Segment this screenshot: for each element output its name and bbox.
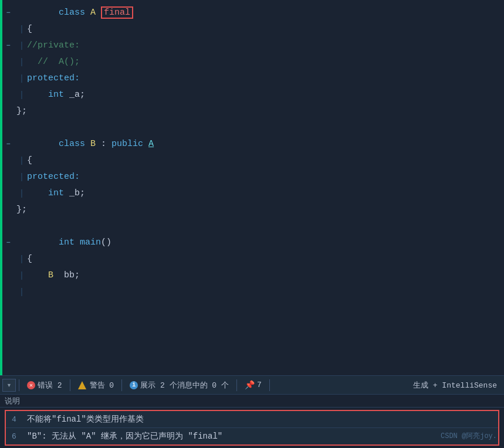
code-line-5: | protected: — [0, 70, 504, 87]
error-entry-1: 4 不能将"final"类类型用作基类 — [6, 411, 498, 428]
line-text-5: protected: — [27, 70, 80, 87]
line-text-2: { — [27, 21, 32, 38]
line-text-11: protected: — [27, 169, 80, 185]
code-line-2: | { — [0, 21, 504, 38]
separator-3 — [121, 379, 122, 391]
code-line-4: | // A(); — [0, 54, 504, 70]
fold-icon-15[interactable]: − — [0, 235, 16, 251]
indent-bar-4: | — [16, 54, 27, 70]
pin-count: 7 — [257, 381, 262, 389]
code-editor: − class A final | { − | //private: | // … — [0, 0, 504, 375]
line-text-6: int _a; — [27, 87, 85, 103]
error-entry-2: 6 "B": 无法从 "A" 继承，因为它已声明为 "final" — [6, 428, 498, 444]
code-line-9: − class B : public A — [0, 136, 504, 152]
code-line-1: − class A final — [0, 5, 504, 21]
code-line-11: | protected: — [0, 169, 504, 185]
separator-4 — [236, 379, 237, 391]
line-text-13: }; — [16, 202, 27, 218]
fold-icon-9[interactable]: − — [0, 136, 16, 152]
line-text-17: B bb; — [27, 267, 80, 284]
error-count-label: 错误 2 — [38, 380, 62, 391]
generate-label: 生成 + IntelliSense — [413, 381, 497, 390]
line-text-12: int _b; — [27, 185, 85, 202]
code-line-16: | { — [0, 251, 504, 267]
code-line-7: }; — [0, 103, 504, 120]
code-line-17: | B bb; — [0, 267, 504, 284]
warning-triangle-icon — [78, 381, 86, 389]
error-line-1: 4 — [12, 415, 21, 424]
watermark: CSDN @阿亮joy. — [441, 431, 497, 441]
error-message-1: 不能将"final"类类型用作基类 — [27, 414, 144, 425]
line-text-16: { — [27, 251, 32, 267]
info-icon: i — [130, 381, 138, 389]
fold-icon-1[interactable]: − — [0, 5, 16, 21]
indent-bar-10: | — [16, 152, 27, 169]
errors-container: 4 不能将"final"类类型用作基类 6 "B": 无法从 "A" 继承，因为… — [5, 410, 499, 446]
indent-bar-16: | — [16, 251, 27, 267]
code-line-15: − int main() — [0, 235, 504, 251]
indent-bar-12: | — [16, 185, 27, 202]
toolbar-row: ▼ ✕ 错误 2 警告 0 i 展示 2 个消息中的 0 个 📌 7 生成 + … — [0, 376, 504, 395]
line-text-3: //private: — [27, 38, 80, 54]
code-line-10: | { — [0, 152, 504, 169]
pin-icon: 📌 — [245, 380, 255, 390]
description-row: 说明 — [0, 395, 504, 408]
dropdown-arrow-icon: ▼ — [6, 382, 12, 388]
error-message-2: "B": 无法从 "A" 继承，因为它已声明为 "final" — [27, 431, 222, 442]
separator-2 — [70, 379, 70, 391]
indent-bar-11: | — [16, 169, 27, 185]
indent-bar-5: | — [16, 70, 27, 87]
line-text-10: { — [27, 152, 32, 169]
indent-bar-3: | — [16, 38, 27, 54]
indent-bar-2: | — [16, 21, 27, 38]
fold-icon-3[interactable]: − — [0, 38, 16, 54]
warning-count-label: 警告 0 — [90, 380, 114, 391]
bottom-panel: ▼ ✕ 错误 2 警告 0 i 展示 2 个消息中的 0 个 📌 7 生成 + … — [0, 375, 504, 448]
filter-dropdown[interactable]: ▼ — [2, 379, 16, 392]
warning-badge[interactable]: 警告 0 — [73, 379, 119, 392]
error-icon: ✕ — [27, 381, 35, 389]
error-line-2: 6 — [12, 432, 21, 441]
generate-button[interactable]: 生成 + IntelliSense — [408, 379, 502, 392]
indent-bar-18: | — [16, 284, 27, 300]
info-label: 展示 2 个消息中的 0 个 — [140, 380, 229, 391]
info-badge[interactable]: i 展示 2 个消息中的 0 个 — [125, 379, 234, 392]
code-content: − class A final | { − | //private: | // … — [0, 0, 504, 375]
indent-bar-17: | — [16, 267, 27, 284]
separator-1 — [19, 379, 19, 391]
code-line-13: }; — [0, 202, 504, 218]
code-line-12: | int _b; — [0, 185, 504, 202]
line-text-7: }; — [16, 103, 27, 120]
code-line-6: | int _a; — [0, 87, 504, 103]
line-text-4: // A(); — [27, 54, 80, 70]
pin-badge[interactable]: 📌 7 — [240, 379, 266, 391]
final-keyword: final — [101, 6, 133, 19]
indent-bar-6: | — [16, 87, 27, 103]
error-badge[interactable]: ✕ 错误 2 — [22, 379, 67, 392]
description-label: 说明 — [5, 396, 20, 406]
separator-5 — [269, 379, 270, 391]
code-line-18: | — [0, 284, 504, 300]
code-line-3: − | //private: — [0, 38, 504, 54]
